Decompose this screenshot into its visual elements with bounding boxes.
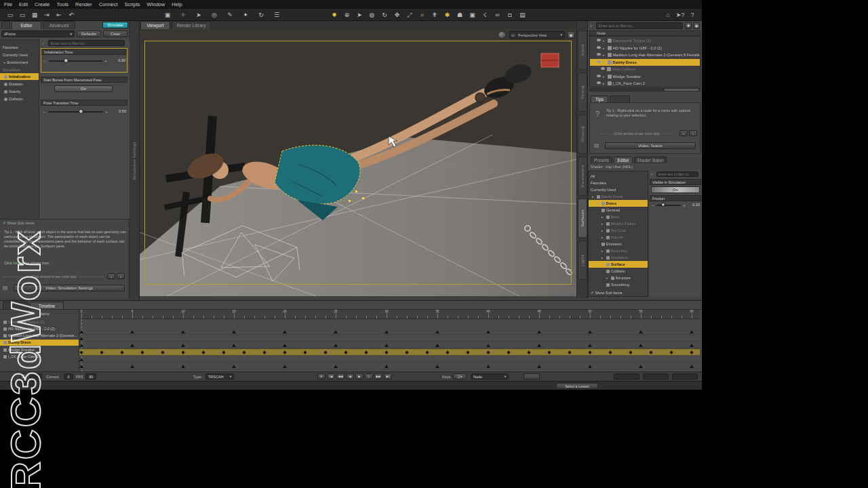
lock-icon[interactable]: ◘ xyxy=(505,10,515,20)
tab-render-library[interactable]: Render Library xyxy=(172,21,211,29)
surface-tree-smoothing[interactable]: Smoothing xyxy=(589,281,648,288)
surfaces-tab-editor[interactable]: Editor xyxy=(614,157,633,163)
keyframe-icon[interactable] xyxy=(435,330,439,333)
keyframe-icon[interactable] xyxy=(507,350,511,354)
menu-item-render[interactable]: Render xyxy=(75,1,92,7)
left-pane-vertical-tab[interactable]: Simulation Settings xyxy=(130,21,140,300)
fps-field[interactable]: 30 xyxy=(85,373,96,380)
list-icon[interactable]: ☰ xyxy=(272,10,281,20)
visible-in-sim-on-button[interactable]: On xyxy=(651,186,700,193)
keyframe-icon[interactable] xyxy=(283,344,287,347)
slider-plus[interactable]: + xyxy=(104,59,108,63)
surface-tree-emission[interactable]: Emission xyxy=(589,241,648,247)
keyframe-icon[interactable] xyxy=(588,365,592,368)
init-time-slider[interactable]: −+0.30 xyxy=(43,58,125,64)
keyframe-icon[interactable] xyxy=(537,365,541,368)
transport-prev-frame-button[interactable]: ◀ xyxy=(346,373,354,380)
keyframe-icon[interactable] xyxy=(130,365,134,368)
keyframe-icon[interactable] xyxy=(232,330,236,333)
side-tab-scene[interactable]: Scene xyxy=(578,30,587,70)
transport-next-key-button[interactable]: ▶▶ xyxy=(374,373,382,380)
sim-tip-next-button[interactable]: › xyxy=(117,273,125,279)
surface-tree-metallic-flakes[interactable]: ▸Metallic Flakes xyxy=(589,220,648,227)
keyframe-icon[interactable] xyxy=(303,350,307,354)
aim-icon[interactable]: ⊕ xyxy=(342,10,352,20)
surface-tree-all[interactable]: All xyxy=(589,173,648,180)
keyframe-icon[interactable] xyxy=(486,350,490,354)
keyframe-icon[interactable] xyxy=(486,330,490,333)
dforce-icon[interactable]: ✱ xyxy=(443,10,452,20)
keyframe-icon[interactable] xyxy=(537,344,541,347)
node-dropdown[interactable]: Node▼ xyxy=(471,373,509,380)
keyframe-icon[interactable] xyxy=(283,330,287,333)
camera-selector[interactable]: ⊞ Perspective View ▼ xyxy=(509,31,565,39)
timeline-row-track[interactable] xyxy=(79,363,700,369)
slider-handle[interactable] xyxy=(79,109,83,114)
keyframe-icon[interactable] xyxy=(79,330,83,333)
expand-arrow-icon[interactable]: ▸ xyxy=(597,201,599,205)
scene-nav-icon[interactable]: ✹ xyxy=(330,10,339,20)
sim-show-sub-items[interactable]: ✔ Show Sub Items xyxy=(0,219,130,226)
scene-node-i-ck-face-cam-2[interactable]: ▸i_CK_Face Cam 2 xyxy=(590,80,700,87)
person-icon[interactable]: ☗ xyxy=(455,10,465,20)
keyframe-icon[interactable] xyxy=(181,330,185,333)
scene-node-madison-long-hair-alternate-2-genesis-8-female-[interactable]: ▸Madison Long Hair Alternate 2 (Genesis … xyxy=(590,52,700,58)
keyframe-icon[interactable] xyxy=(232,344,236,347)
keyframe-icon[interactable] xyxy=(232,365,236,368)
side-tab-posing[interactable]: Posing xyxy=(578,73,587,112)
keyframe-icon[interactable] xyxy=(130,330,134,333)
timeline-row-track[interactable] xyxy=(79,357,700,363)
keyframe-icon[interactable] xyxy=(446,350,450,354)
home-icon[interactable]: ⌂ xyxy=(663,10,673,20)
keyframe-icon[interactable] xyxy=(547,350,551,354)
transport-prev-key-button[interactable]: ◀◀ xyxy=(336,373,344,380)
scene-search-input[interactable] xyxy=(596,22,683,29)
keyframe-icon[interactable] xyxy=(690,350,694,354)
keyframe-icon[interactable] xyxy=(537,330,541,333)
slider-minus[interactable]: − xyxy=(42,110,46,114)
keyframe-icon[interactable] xyxy=(364,350,368,354)
timeline-tracks[interactable] xyxy=(79,319,700,372)
save-icon[interactable]: ▦ xyxy=(30,10,39,20)
expand-arrow-icon[interactable]: ▸ xyxy=(603,39,605,43)
timeline-value-box-1[interactable] xyxy=(614,373,639,380)
keyframe-icon[interactable] xyxy=(100,350,104,354)
sim-group-initialization[interactable]: Initialization xyxy=(0,73,39,80)
sim-group-collision[interactable]: Collision xyxy=(0,96,39,102)
keyframe-icon[interactable] xyxy=(588,344,592,347)
expand-arrow-icon[interactable]: ▸ xyxy=(603,75,605,79)
timeline-value-box-3[interactable] xyxy=(672,373,698,380)
simulate-button[interactable]: Simulate xyxy=(102,22,128,28)
side-tab-lights[interactable]: Lights xyxy=(578,241,587,280)
expand-arrow-icon[interactable]: ▸ xyxy=(603,53,605,57)
slider-minus[interactable]: − xyxy=(651,203,655,207)
surface-tree-simulation[interactable]: ▸Simulation xyxy=(589,254,648,261)
keyframe-icon[interactable] xyxy=(181,350,185,354)
transport-play-button[interactable]: ▶ xyxy=(355,373,363,380)
transport-go-start-button[interactable]: |◀ xyxy=(327,373,335,380)
eye-icon[interactable] xyxy=(597,60,601,63)
keyframe-icon[interactable] xyxy=(527,350,531,354)
viewport-canvas[interactable]: ⊞ Perspective View ▼ ▣ xyxy=(140,29,576,296)
tips-prev-button[interactable]: ‹ xyxy=(679,130,688,136)
clear-button[interactable]: Clear xyxy=(103,30,127,37)
expand-arrow-icon[interactable]: ▸ xyxy=(603,46,605,50)
slider-plus[interactable]: + xyxy=(104,110,108,114)
pointer-tool-icon[interactable]: ➤ xyxy=(355,10,364,20)
keyframe-icon[interactable] xyxy=(334,365,338,368)
menu-item-create[interactable]: Create xyxy=(35,1,50,7)
sim-group-currently-used[interactable]: Currently Used xyxy=(0,52,39,58)
keyframe-icon[interactable] xyxy=(140,350,144,354)
sim-tip-prev-button[interactable]: ‹ xyxy=(107,273,115,279)
eye-icon[interactable] xyxy=(597,46,601,49)
surfaces-tab-shader-baker[interactable]: Shader Baker xyxy=(634,157,667,163)
keyframe-icon[interactable] xyxy=(588,330,592,333)
keyframe-icon[interactable] xyxy=(405,350,409,354)
keyframe-icon[interactable] xyxy=(669,350,673,354)
rotate-tool-icon[interactable]: ↻ xyxy=(380,10,389,20)
timeline-value-box-2[interactable] xyxy=(643,373,669,380)
keyframe-icon[interactable] xyxy=(690,365,694,368)
timeline-row-track[interactable] xyxy=(79,329,700,335)
timeline-row-track[interactable] xyxy=(79,342,700,348)
expand-arrow-icon[interactable]: ▸ xyxy=(592,195,594,199)
